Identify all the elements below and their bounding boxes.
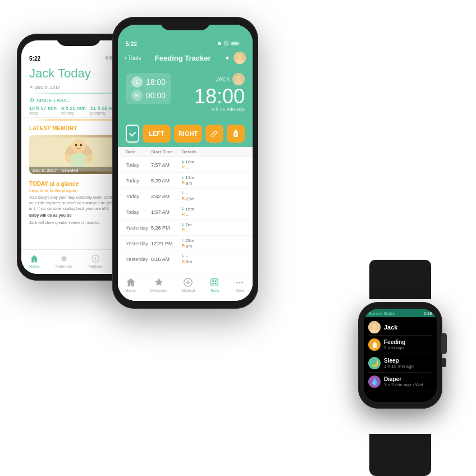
r-val: 8m xyxy=(186,244,192,249)
lr-details: L 23m R 8m xyxy=(182,238,194,249)
watch-status-bar: Sprout Baby 2:38 xyxy=(364,309,437,317)
row-time: 7:57 AM xyxy=(151,162,182,168)
row-details: L 11m R 9m xyxy=(182,175,245,186)
tab-tools-icon xyxy=(209,277,220,288)
timer-r-row: R 00:00 xyxy=(131,90,166,101)
l-detail: L -- xyxy=(182,191,195,196)
l-badge: L xyxy=(182,159,184,164)
r-val: -- xyxy=(186,212,189,217)
r-badge: R xyxy=(182,228,185,233)
table-row[interactable]: Today 3:42 AM L -- R 25m xyxy=(118,189,253,204)
tab-more[interactable]: ••• More xyxy=(234,277,245,292)
table-row[interactable]: Today 7:57 AM L 18m R -- xyxy=(118,157,253,173)
r-detail: R 25m xyxy=(182,196,195,202)
row-details: L 15m R -- xyxy=(182,207,245,217)
svg-rect-34 xyxy=(211,279,218,286)
row-time: 6:16 AM xyxy=(151,257,182,262)
watch-feeding-info: Feeding 2 min ago xyxy=(384,339,432,350)
svg-rect-0 xyxy=(106,56,108,60)
svg-rect-24 xyxy=(232,43,238,44)
nav-memories-label: Memories xyxy=(56,264,73,268)
watch-content: Jack Feeding 2 min ago 🌙 xyxy=(364,317,437,393)
watch-band-top xyxy=(369,260,431,299)
r-badge: R xyxy=(131,90,143,101)
lr-details: L -- R 25m xyxy=(182,191,195,202)
nav-right-icons: ▼ xyxy=(225,52,246,64)
watch-diaper-row[interactable]: 💧 Diaper 1 h 5 min ago • Wet xyxy=(368,373,432,391)
right-breast-button[interactable]: RIGHT xyxy=(174,125,202,143)
svg-point-9 xyxy=(80,144,82,146)
bottle-button[interactable] xyxy=(227,125,245,143)
check-button[interactable] xyxy=(126,125,139,143)
dropdown-icon[interactable]: ▼ xyxy=(225,55,230,61)
tab-tools-label: Tools xyxy=(210,289,219,292)
memory-date: Dec 6, 2017 xyxy=(33,168,57,173)
watch-crown[interactable] xyxy=(441,333,447,354)
watch-jack-row[interactable]: Jack xyxy=(368,319,432,336)
button-row: LEFT RIGHT xyxy=(118,120,253,147)
feed-table: Today 7:57 AM L 18m R -- Today 5:29 AM xyxy=(118,157,253,283)
timer-display: L 18:00 R 00:00 xyxy=(126,73,171,104)
lr-details: L 15m R -- xyxy=(182,207,194,217)
left-nav-memories[interactable]: Memories xyxy=(56,254,73,268)
r-badge: R xyxy=(182,196,185,202)
right-tab-bar: Home Memories Medical xyxy=(118,273,253,301)
stat-sleep-value: 10 h 57 min xyxy=(29,106,57,111)
tab-medical[interactable]: Medical xyxy=(181,277,195,292)
l-badge: L xyxy=(182,222,184,227)
tab-more-label: More xyxy=(235,289,244,292)
r-detail: R 8m xyxy=(182,259,192,264)
main-timer-display: 18:00 xyxy=(177,86,245,107)
row-details: L 7m R -- xyxy=(182,222,245,233)
row-date: Yesterday xyxy=(126,241,151,246)
right-time: 5:22 xyxy=(126,41,137,47)
r-val: -- xyxy=(186,228,189,233)
watch-side-button[interactable] xyxy=(442,358,446,367)
svg-rect-37 xyxy=(213,283,214,285)
tab-home[interactable]: Home xyxy=(125,277,136,292)
medical-icon xyxy=(90,254,100,264)
timer-l-row: L 18:00 xyxy=(131,76,166,88)
home-icon xyxy=(29,254,39,264)
l-badge: L xyxy=(182,207,184,212)
table-row[interactable]: Yesterday 12:21 PM L 23m R 8m xyxy=(118,236,253,251)
row-details: L 23m R 8m xyxy=(182,238,245,249)
svg-rect-35 xyxy=(213,280,214,282)
back-button[interactable]: ‹ Tools xyxy=(125,54,141,62)
l-detail: L 15m xyxy=(182,207,194,212)
edit-entry-button[interactable] xyxy=(205,125,223,143)
l-detail: L 11m xyxy=(182,175,194,180)
left-nav-medical[interactable]: Medical xyxy=(89,254,102,268)
nav-avatar[interactable] xyxy=(234,52,246,64)
watch-sleep-info: Sleep 1 h 10 min ago xyxy=(384,358,432,369)
table-row[interactable]: Yesterday 6:16 AM L -- R 8m xyxy=(118,251,253,267)
r-val: -- xyxy=(186,165,189,170)
right-status-icons xyxy=(217,40,245,47)
r-badge: R xyxy=(182,181,185,186)
svg-rect-36 xyxy=(215,280,217,282)
left-nav-home[interactable]: Home xyxy=(29,254,40,268)
table-row[interactable]: Today 5:29 AM L 11m R 9m xyxy=(118,173,253,189)
apple-watch: Sprout Baby 2:38 Jack xyxy=(341,291,459,442)
lr-details: L 18m R -- xyxy=(182,159,194,170)
table-row[interactable]: Yesterday 5:26 PM L 7m R -- xyxy=(118,220,253,236)
jack-label: JACK xyxy=(177,73,245,85)
table-row[interactable]: Today 1:57 AM L 15m R -- xyxy=(118,204,253,220)
r-badge: R xyxy=(182,244,185,249)
col-time-header: Start Time xyxy=(151,149,182,154)
watch-app-name: Sprout Baby xyxy=(368,311,395,316)
svg-point-26 xyxy=(237,54,242,59)
left-breast-button[interactable]: LEFT xyxy=(143,125,171,143)
tab-memories[interactable]: Memories xyxy=(150,277,168,292)
l-val: -- xyxy=(185,191,188,196)
nav-title: Feeding Tracker xyxy=(155,54,211,62)
l-badge: L xyxy=(131,76,143,88)
lr-details: L 7m R -- xyxy=(182,222,191,233)
watch-feeding-time: 2 min ago xyxy=(384,345,432,350)
r-detail: R 9m xyxy=(182,181,194,186)
watch-feeding-row[interactable]: Feeding 2 min ago xyxy=(368,336,432,354)
svg-rect-42 xyxy=(373,341,376,342)
tab-tools[interactable]: Tools xyxy=(209,277,220,292)
timer-left-col: L 18:00 R 00:00 xyxy=(126,73,171,104)
watch-sleep-row[interactable]: 🌙 Sleep 1 h 10 min ago xyxy=(368,354,432,373)
